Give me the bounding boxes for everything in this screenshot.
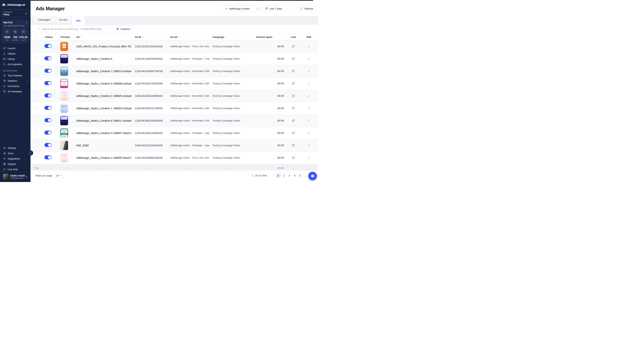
edit-pencil-icon[interactable] <box>308 45 310 48</box>
columns-button[interactable]: Columns <box>113 26 133 32</box>
row-checkbox[interactable] <box>34 106 37 110</box>
sidebar-item-support[interactable]: Support <box>2 162 29 166</box>
page-4-button[interactable]: 4 <box>292 173 297 178</box>
previous-page-button[interactable]: ‹ <box>270 174 275 178</box>
external-link-icon[interactable] <box>292 156 295 159</box>
sidebar-item-comments[interactable]: Comments <box>2 84 29 89</box>
ad-preview-thumbnail[interactable]: Automate YourAd Workflows <box>60 54 68 64</box>
ad-name[interactable]: AdManage_Statics_Creative 7-186813-micka… <box>76 70 132 73</box>
external-link-icon[interactable] <box>292 119 295 122</box>
sidebar-item-upload[interactable]: Upload <box>2 51 29 56</box>
sidebar-item-top-creatives[interactable]: Top Creatives <box>2 73 29 78</box>
column-header-ad[interactable]: Ad <box>76 36 132 38</box>
row-checkbox[interactable] <box>34 119 37 122</box>
external-link-icon[interactable] <box>292 70 295 72</box>
external-link-icon[interactable] <box>292 82 295 85</box>
sidebar-item-live-chat[interactable]: Live Chat <box>2 167 29 172</box>
refresh-button[interactable]: Refresh <box>298 6 316 12</box>
edit-pencil-icon[interactable] <box>308 70 310 72</box>
sidebar-item-settings[interactable]: Settings <box>2 146 29 150</box>
row-checkbox[interactable] <box>34 94 37 97</box>
sidebar-item-statistics[interactable]: Statistics › <box>2 78 29 84</box>
edit-pencil-icon[interactable] <box>308 144 310 147</box>
sidebar-item-launch[interactable]: Launch <box>2 46 29 51</box>
ad-name[interactable]: AdManage_Statics_Creative 5-186809-micka… <box>76 82 132 85</box>
edit-pencil-icon[interactable] <box>308 119 310 122</box>
brand-logo[interactable]: Admanage.ai <box>0 0 31 9</box>
edit-pencil-icon[interactable] <box>308 132 310 134</box>
ad-preview-thumbnail[interactable] <box>60 141 68 150</box>
select-all-checkbox[interactable] <box>34 36 37 38</box>
status-toggle[interactable] <box>44 69 52 73</box>
external-link-icon[interactable] <box>292 57 295 60</box>
status-toggle[interactable] <box>44 130 52 134</box>
ad-name[interactable]: AdManage_Statics_Creative 6 <box>76 57 132 60</box>
column-header-amount-spent[interactable]: Amount spent ↓ <box>252 36 287 38</box>
ad-name[interactable]: AdManage_Statics_Creative 2-186805-NewCr… <box>76 156 132 159</box>
tab-ads[interactable]: Ads <box>72 16 85 25</box>
external-link-icon[interactable] <box>292 132 295 134</box>
workspace-selector[interactable]: Workspace Pihla <box>2 10 29 17</box>
row-checkbox[interactable] <box>34 156 37 159</box>
ad-account-selector[interactable]: ∞ AdManage Limited <box>223 6 261 12</box>
rows-per-page-select[interactable]: 20 <box>54 173 64 178</box>
status-toggle[interactable] <box>44 118 52 122</box>
row-checkbox[interactable] <box>34 57 37 60</box>
edit-pencil-icon[interactable] <box>308 57 310 60</box>
external-link-icon[interactable] <box>292 45 295 48</box>
ad-preview-thumbnail[interactable]: Launch 100sof Ads in <1min.∞♪ <box>60 104 68 113</box>
page-5-button[interactable]: 5 <box>298 173 303 178</box>
status-toggle[interactable] <box>44 56 52 60</box>
ad-preview-thumbnail[interactable]: Free Your TeamFrom RepetitiveUploads.Adm… <box>60 128 68 138</box>
edit-pencil-icon[interactable] <box>308 107 310 110</box>
status-toggle[interactable] <box>44 106 52 110</box>
search-input[interactable] <box>42 28 109 30</box>
column-header-status[interactable]: Status <box>40 36 60 38</box>
ad-preview-thumbnail[interactable]: Automate YourAd Workflows <box>60 116 68 125</box>
tab-campaigns[interactable]: Campaigns <box>34 16 55 23</box>
ad-name[interactable]: AdManage_Statics_Creative 6 186811 micka… <box>76 119 132 122</box>
edit-pencil-icon[interactable] <box>308 156 310 159</box>
ad-preview-thumbnail[interactable]: 1 click1 minute100s of ads <box>60 79 68 88</box>
external-link-icon[interactable] <box>292 107 295 110</box>
row-checkbox[interactable] <box>34 69 37 72</box>
ad-preview-thumbnail[interactable] <box>60 42 68 51</box>
sidebar-item-team[interactable]: Team <box>2 151 29 156</box>
user-menu[interactable]: Cedric Yarish ced@admanag... <box>2 172 29 182</box>
status-toggle[interactable] <box>44 44 52 48</box>
ad-name[interactable]: AdManage_Statics_Creative 3-186807-NewCr… <box>76 132 132 134</box>
row-checkbox[interactable] <box>34 131 37 134</box>
ad-name[interactable]: AdManage_Statics_Creative 1 186803 micka… <box>76 107 132 110</box>
edit-pencil-icon[interactable] <box>308 82 310 85</box>
status-toggle[interactable] <box>44 155 52 159</box>
sidebar-collapse-button[interactable]: ‹ <box>28 150 33 156</box>
close-icon[interactable]: ✕ <box>25 21 27 24</box>
live-chat-fab[interactable] <box>308 172 317 180</box>
row-checkbox[interactable] <box>34 82 37 85</box>
row-checkbox[interactable] <box>34 44 37 48</box>
status-toggle[interactable] <box>44 143 52 147</box>
ad-name[interactable]: 2025_WK25_V01_Product_Focused_IMG+TEXT_( <box>76 45 132 48</box>
edit-pencil-icon[interactable] <box>308 94 310 97</box>
ad-name[interactable]: IMG_9280 <box>76 144 132 147</box>
external-link-icon[interactable] <box>292 144 295 147</box>
sidebar-item-ad-templates[interactable]: Ad Templates <box>2 89 29 94</box>
status-toggle[interactable] <box>44 94 52 98</box>
column-header-campaign[interactable]: Campaign <box>209 36 252 38</box>
ad-preview-thumbnail[interactable]: 90% Reductionin AdLaunching Time♪∞ <box>60 92 68 100</box>
row-checkbox[interactable] <box>34 144 37 146</box>
ad-preview-thumbnail[interactable]: Still UploadingAds Manually?YesNo <box>60 67 68 76</box>
sidebar-item-library[interactable]: Library <box>2 56 29 62</box>
date-range-selector[interactable]: Last 7 days <box>263 6 296 12</box>
sidebar-item-ad-inspiration[interactable]: Ad Inspiration <box>2 62 29 67</box>
sidebar-item-integrations[interactable]: Integrations <box>2 156 29 161</box>
column-header-ad-set[interactable]: Ad set <box>167 36 209 38</box>
column-header-ad-id[interactable]: Ad ID <box>132 36 167 38</box>
page-3-button[interactable]: 3 <box>287 173 292 178</box>
page-1-button[interactable]: 1 <box>276 173 281 178</box>
ad-preview-thumbnail[interactable]: 90% Reductionin AdLaunching Time♪∞ <box>60 153 68 162</box>
external-link-icon[interactable] <box>292 94 295 97</box>
tab-ad-sets[interactable]: Ad sets <box>55 16 71 23</box>
status-toggle[interactable] <box>44 81 52 85</box>
ad-name[interactable]: AdManage_Statics_Creative 2 186805 micka… <box>76 94 132 98</box>
